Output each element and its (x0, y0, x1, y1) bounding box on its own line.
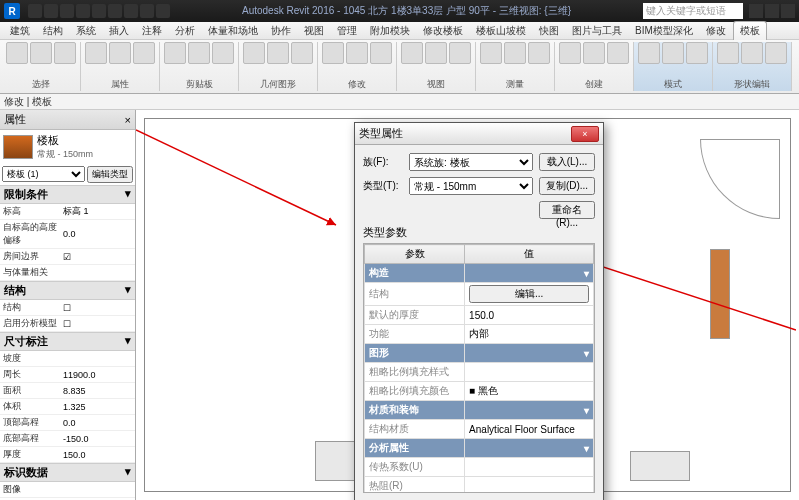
family-select[interactable]: 系统族: 楼板 (409, 153, 533, 171)
prop-row[interactable]: 结构☐ (0, 300, 135, 316)
param-value[interactable]: 150.0 (465, 306, 594, 325)
qat-item[interactable] (140, 4, 154, 18)
prop-row[interactable]: 底部高程-150.0 (0, 431, 135, 447)
prop-value[interactable]: ☐ (61, 303, 132, 313)
prop-row[interactable]: 自标高的高度偏移0.0 (0, 220, 135, 249)
prop-row[interactable]: 体积1.325 (0, 399, 135, 415)
qat-item[interactable] (108, 4, 122, 18)
app-logo[interactable]: R (4, 3, 20, 19)
tab-协作[interactable]: 协作 (265, 22, 297, 40)
tab-视图[interactable]: 视图 (298, 22, 330, 40)
ribbon-cmd-icon[interactable] (188, 42, 210, 64)
ribbon-cmd-icon[interactable] (322, 42, 344, 64)
ribbon-cmd-icon[interactable] (559, 42, 581, 64)
ribbon-cmd-icon[interactable] (164, 42, 186, 64)
ribbon-cmd-icon[interactable] (85, 42, 107, 64)
tab-附加模块[interactable]: 附加模块 (364, 22, 416, 40)
qat-open-icon[interactable] (28, 4, 42, 18)
edit-structure-button[interactable]: 编辑... (469, 285, 589, 303)
param-value[interactable]: Analytical Floor Surface (465, 420, 594, 439)
palette-close-icon[interactable]: × (125, 114, 131, 126)
prop-row[interactable]: 标高标高 1 (0, 204, 135, 220)
prop-value[interactable]: 150.0 (61, 450, 132, 460)
ribbon-cmd-icon[interactable] (6, 42, 28, 64)
prop-value[interactable]: 11900.0 (61, 370, 132, 380)
tab-模板[interactable]: 模板 (733, 21, 767, 40)
ribbon-cmd-icon[interactable] (686, 42, 708, 64)
ribbon-cmd-icon[interactable] (30, 42, 52, 64)
prop-row[interactable]: 与体量相关 (0, 265, 135, 281)
load-button[interactable]: 载入(L)... (539, 153, 595, 171)
param-group[interactable]: 构造▾ (365, 264, 594, 283)
param-value[interactable]: ■ 黑色 (465, 382, 594, 401)
tab-修改[interactable]: 修改 (700, 22, 732, 40)
tab-体量和场地[interactable]: 体量和场地 (202, 22, 264, 40)
prop-section[interactable]: 结构▾ (0, 281, 135, 300)
ribbon-cmd-icon[interactable] (528, 42, 550, 64)
prop-value[interactable]: ☑ (61, 252, 132, 262)
ribbon-cmd-icon[interactable] (583, 42, 605, 64)
tab-BIM模型深化[interactable]: BIM模型深化 (629, 22, 699, 40)
instance-filter[interactable]: 楼板 (1) (2, 166, 85, 182)
edit-type-button[interactable]: 编辑类型 (87, 166, 133, 183)
prop-section[interactable]: 限制条件▾ (0, 185, 135, 204)
ribbon-cmd-icon[interactable] (607, 42, 629, 64)
ribbon-cmd-icon[interactable] (638, 42, 660, 64)
tab-插入[interactable]: 插入 (103, 22, 135, 40)
prop-value[interactable]: -150.0 (61, 434, 132, 444)
ribbon-cmd-icon[interactable] (291, 42, 313, 64)
prop-section[interactable]: 标识数据▾ (0, 463, 135, 482)
ribbon-cmd-icon[interactable] (267, 42, 289, 64)
search-input[interactable]: 键入关键字或短语 (643, 3, 743, 19)
prop-row[interactable]: 周长11900.0 (0, 367, 135, 383)
close-icon[interactable] (781, 4, 795, 18)
tab-修改楼板[interactable]: 修改楼板 (417, 22, 469, 40)
qat-item[interactable] (124, 4, 138, 18)
prop-row[interactable]: 顶部高程0.0 (0, 415, 135, 431)
param-group[interactable]: 材质和装饰▾ (365, 401, 594, 420)
prop-row[interactable]: 启用分析模型☐ (0, 316, 135, 332)
ribbon-cmd-icon[interactable] (662, 42, 684, 64)
ribbon-cmd-icon[interactable] (765, 42, 787, 64)
qat-undo-icon[interactable] (60, 4, 74, 18)
param-value[interactable] (465, 458, 594, 477)
tab-系统[interactable]: 系统 (70, 22, 102, 40)
prop-value[interactable]: ☐ (61, 319, 132, 329)
prop-value[interactable]: 1.325 (61, 402, 132, 412)
type-selector[interactable]: 楼板 常规 - 150mm (0, 130, 135, 164)
tab-管理[interactable]: 管理 (331, 22, 363, 40)
tab-注释[interactable]: 注释 (136, 22, 168, 40)
param-value[interactable]: 内部 (465, 325, 594, 344)
ribbon-cmd-icon[interactable] (346, 42, 368, 64)
ribbon-cmd-icon[interactable] (243, 42, 265, 64)
prop-value[interactable]: 0.0 (61, 229, 132, 239)
ribbon-cmd-icon[interactable] (212, 42, 234, 64)
param-value[interactable] (465, 477, 594, 494)
param-value[interactable] (465, 363, 594, 382)
param-group[interactable]: 分析属性▾ (365, 439, 594, 458)
tab-图片与工具[interactable]: 图片与工具 (566, 22, 628, 40)
prop-row[interactable]: 房间边界☑ (0, 249, 135, 265)
ribbon-cmd-icon[interactable] (425, 42, 447, 64)
param-value[interactable]: 编辑... (465, 283, 594, 306)
qat-item[interactable] (156, 4, 170, 18)
tab-快图[interactable]: 快图 (533, 22, 565, 40)
prop-value[interactable]: 8.835 (61, 386, 132, 396)
tab-分析[interactable]: 分析 (169, 22, 201, 40)
copy-button[interactable]: 复制(D)... (539, 177, 595, 195)
qat-redo-icon[interactable] (76, 4, 90, 18)
prop-row[interactable]: 坡度 (0, 351, 135, 367)
ribbon-cmd-icon[interactable] (717, 42, 739, 64)
prop-row[interactable]: 图像 (0, 482, 135, 498)
dialog-close-button[interactable]: × (571, 126, 599, 142)
ribbon-cmd-icon[interactable] (741, 42, 763, 64)
tab-建筑[interactable]: 建筑 (4, 22, 36, 40)
ribbon-cmd-icon[interactable] (133, 42, 155, 64)
prop-value[interactable]: 标高 1 (61, 205, 132, 218)
ribbon-cmd-icon[interactable] (480, 42, 502, 64)
ribbon-cmd-icon[interactable] (401, 42, 423, 64)
rename-button[interactable]: 重命名(R)... (539, 201, 595, 219)
type-select[interactable]: 常规 - 150mm (409, 177, 533, 195)
tab-结构[interactable]: 结构 (37, 22, 69, 40)
prop-row[interactable]: 面积8.835 (0, 383, 135, 399)
